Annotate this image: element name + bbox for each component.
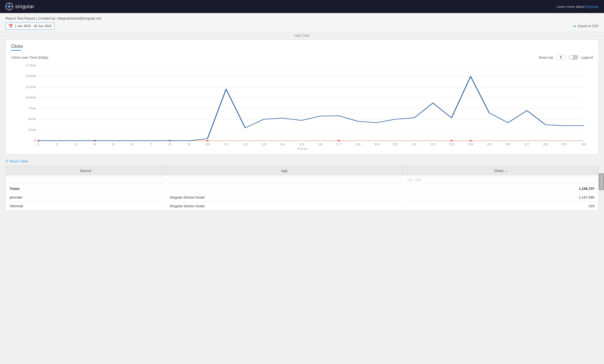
svg-text:18: 18 xyxy=(355,143,360,146)
data-table-container: Source App Clicks ↓ xyxy=(5,165,599,211)
svg-text:14: 14 xyxy=(280,143,285,146)
clicks-filter-input[interactable] xyxy=(405,177,596,183)
svg-point-58 xyxy=(337,140,340,142)
source-filter-input[interactable] xyxy=(8,177,163,183)
reset-table-button[interactable]: ↻ Reset Table xyxy=(5,159,28,163)
svg-text:15: 15 xyxy=(299,143,304,146)
svg-text:29: 29 xyxy=(562,143,567,146)
svg-text:24: 24 xyxy=(468,143,473,146)
svg-text:23: 23 xyxy=(449,143,454,146)
table-row: phonder Singular Device Assist 1,167,586 xyxy=(6,193,598,202)
date-range-row: 📅 1 Jun 2020 - 30 Jun 2020 ➦ Export to C… xyxy=(5,23,599,30)
svg-text:4: 4 xyxy=(94,143,96,146)
table-row: Ottomob Singular Device Assist 318 xyxy=(6,202,598,211)
reset-table-label: Reset Table xyxy=(10,159,28,163)
svg-text:125k: 125k xyxy=(25,85,36,89)
svg-text:175k: 175k xyxy=(25,64,36,67)
svg-text:50k: 50k xyxy=(28,117,36,121)
chart-title-underline xyxy=(11,50,21,51)
svg-text:25: 25 xyxy=(487,143,492,146)
chart-subtitle: Clicks over Time (Daily) xyxy=(11,55,48,59)
svg-text:28: 28 xyxy=(543,143,548,146)
totals-source: Totals xyxy=(6,184,166,193)
row-app: Singular Device Assist xyxy=(166,193,403,202)
svg-text:13: 13 xyxy=(261,143,266,146)
hide-chart-row[interactable]: Hide Chart xyxy=(0,32,604,39)
columns-tab-container: Columns xyxy=(599,173,604,191)
svg-text:1: 1 xyxy=(37,143,40,146)
svg-text:June: June xyxy=(297,147,307,150)
th-app: App xyxy=(166,166,403,175)
svg-text:2: 2 xyxy=(56,143,58,146)
calendar-icon: 📅 xyxy=(8,24,13,28)
date-range-label: 1 Jun 2020 - 30 Jun 2020 xyxy=(15,24,52,28)
svg-text:25k: 25k xyxy=(28,128,36,131)
svg-text:20: 20 xyxy=(393,143,398,146)
hide-chart-label: Hide Chart xyxy=(294,34,310,37)
svg-text:150k: 150k xyxy=(25,74,36,78)
row-source: phonder xyxy=(6,193,166,202)
show-top-label: Show top xyxy=(538,55,553,59)
svg-text:19: 19 xyxy=(374,143,379,146)
svg-point-60 xyxy=(469,140,472,142)
svg-text:22: 22 xyxy=(430,143,435,146)
svg-text:12: 12 xyxy=(243,143,248,146)
th-clicks[interactable]: Clicks ↓ xyxy=(403,166,598,175)
legend-toggle[interactable] xyxy=(569,55,578,60)
singular-link[interactable]: Singular xyxy=(586,5,599,9)
filter-row xyxy=(6,175,598,184)
svg-text:30: 30 xyxy=(581,143,586,146)
data-table: Source App Clicks ↓ xyxy=(6,166,598,210)
svg-point-1 xyxy=(8,5,11,8)
date-range-button[interactable]: 📅 1 Jun 2020 - 30 Jun 2020 xyxy=(5,23,55,30)
svg-text:27: 27 xyxy=(524,143,530,146)
chart-area: 175k 150k 125k 100k 75k 50k 25k 0 1 2 3 … xyxy=(11,63,593,150)
svg-text:5: 5 xyxy=(112,143,115,146)
table-header-row: Source App Clicks ↓ xyxy=(6,166,598,175)
export-csv-button[interactable]: ➦ Export to CSV xyxy=(573,24,599,28)
reset-icon: ↻ xyxy=(5,159,8,163)
report-title: Report Test Report | Created by: integra… xyxy=(5,16,599,20)
chart-controls: Clicks over Time (Daily) Show top Legend xyxy=(11,55,593,60)
row-app: Singular Device Assist xyxy=(166,202,403,211)
svg-text:11: 11 xyxy=(224,143,229,146)
reset-table-row: ↻ Reset Table xyxy=(0,157,604,165)
logo-text: singular xyxy=(15,4,35,10)
svg-text:26: 26 xyxy=(505,143,510,146)
columns-tab-label: Columns xyxy=(600,175,603,188)
svg-text:7: 7 xyxy=(150,143,152,146)
legend-label: Legend xyxy=(581,55,593,59)
learn-more-text: Learn more about Singular xyxy=(557,5,599,9)
chart-title: Clicks xyxy=(11,44,593,49)
app-filter-cell xyxy=(166,175,403,184)
columns-tab-button[interactable]: Columns xyxy=(599,173,604,190)
export-icon: ➦ xyxy=(573,24,577,28)
totals-row: Totals 1,168,707 xyxy=(6,184,598,193)
svg-text:75k: 75k xyxy=(28,106,36,110)
svg-text:100k: 100k xyxy=(25,96,36,99)
svg-point-59 xyxy=(450,140,453,142)
svg-text:21: 21 xyxy=(412,143,417,146)
chart-card: Clicks Clicks over Time (Daily) Show top… xyxy=(5,39,599,154)
svg-text:6: 6 xyxy=(131,143,134,146)
th-source: Source xyxy=(6,166,166,175)
sub-header: Report Test Report | Created by: integra… xyxy=(0,13,604,32)
svg-text:9: 9 xyxy=(188,143,190,146)
svg-text:8: 8 xyxy=(169,143,171,146)
export-label: Export to CSV xyxy=(578,24,599,28)
chart-svg: 175k 150k 125k 100k 75k 50k 25k 0 1 2 3 … xyxy=(11,63,593,150)
logo: singular xyxy=(5,3,35,10)
totals-clicks: 1,168,707 xyxy=(403,184,598,193)
clicks-filter-cell xyxy=(403,175,598,184)
row-source: Ottomob xyxy=(6,202,166,211)
svg-text:16: 16 xyxy=(318,143,323,146)
svg-text:17: 17 xyxy=(336,143,341,146)
totals-app xyxy=(166,184,403,193)
app-filter-input[interactable] xyxy=(168,177,400,183)
source-filter-cell xyxy=(6,175,166,184)
show-top-input[interactable] xyxy=(556,55,566,60)
sort-icon: ↓ xyxy=(505,168,507,173)
header: singular Learn more about Singular xyxy=(0,0,604,13)
chart-right-controls: Show top Legend xyxy=(538,55,593,60)
row-clicks: 318 xyxy=(403,202,598,211)
